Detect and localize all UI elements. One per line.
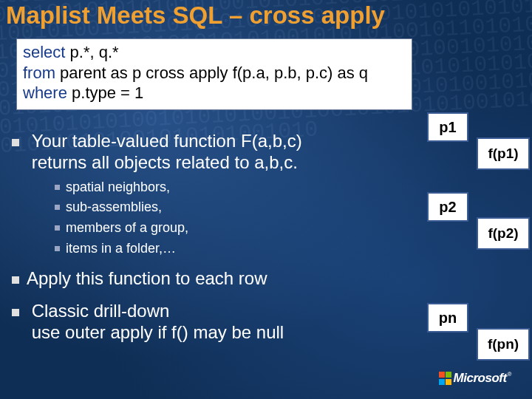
box-fpn: f(pn) xyxy=(477,328,530,361)
bullet-3: Classic drill-down use outer apply if f(… xyxy=(12,300,411,344)
box-pn: pn xyxy=(427,303,468,332)
logo-square-red xyxy=(439,372,445,378)
bullet-3-line-1: Classic drill-down xyxy=(32,301,170,321)
code-line-1: select p.*, q.* xyxy=(23,42,406,63)
slide-title: Maplist Meets SQL – cross apply xyxy=(6,1,526,30)
code-line-2: from parent as p cross apply f(p.a, p.b,… xyxy=(23,63,406,83)
sub-bullet-2: sub-assemblies, xyxy=(55,200,411,216)
sub-bullet-3: members of a group, xyxy=(55,220,411,236)
bullet-1-line-1: Your table-valued function F(a,b,c) xyxy=(32,131,302,151)
bullet-1-line-2: returns all objects related to a,b,c. xyxy=(32,152,298,172)
microsoft-logo-icon xyxy=(439,372,452,385)
logo-word: Microsoft xyxy=(454,371,507,385)
logo-tm: ® xyxy=(508,371,511,378)
keyword-select: select xyxy=(23,43,65,61)
bullet-2: Apply this function to each row xyxy=(12,267,411,289)
code-text: p.*, q.* xyxy=(65,43,118,61)
keyword-where: where xyxy=(23,83,67,102)
bullet-1: Your table-valued function F(a,b,c) retu… xyxy=(12,130,411,257)
microsoft-logo: Microsoft® xyxy=(439,371,511,386)
box-fp1: f(p1) xyxy=(477,137,530,170)
box-fp2: f(p2) xyxy=(477,217,530,250)
logo-square-yellow xyxy=(446,379,451,385)
sub-bullet-4: items in a folder,… xyxy=(55,241,411,257)
code-text: parent as p cross apply f(p.a, p.b, p.c)… xyxy=(55,64,368,82)
sql-code-box: select p.*, q.* from parent as p cross a… xyxy=(16,38,412,110)
body-content: Your table-valued function F(a,b,c) retu… xyxy=(12,130,411,350)
code-text: p.type = 1 xyxy=(67,83,143,102)
sub-bullet-1: spatial neighbors, xyxy=(55,180,411,196)
box-p2: p2 xyxy=(427,192,468,222)
box-p1: p1 xyxy=(427,112,468,142)
logo-square-blue xyxy=(439,379,445,385)
slide: 0101001101011100101101001010100101010101… xyxy=(0,0,532,399)
code-line-3: where p.type = 1 xyxy=(23,83,406,103)
microsoft-logo-text: Microsoft® xyxy=(454,371,511,386)
keyword-from: from xyxy=(23,64,55,82)
logo-square-green xyxy=(446,372,451,378)
sub-bullets: spatial neighbors, sub-assemblies, membe… xyxy=(55,180,411,258)
bullet-3-line-2: use outer apply if f() may be null xyxy=(32,322,284,342)
